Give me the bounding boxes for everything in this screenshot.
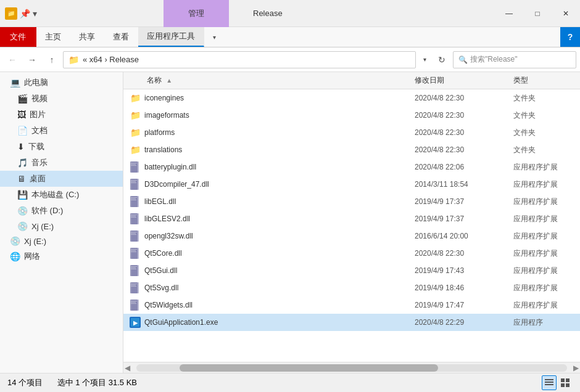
- cdrive-icon: 💾: [17, 190, 28, 200]
- scrollbar-thumb[interactable]: [180, 364, 438, 372]
- file-name: Qt5Gui.dll: [144, 266, 415, 275]
- sidebar-item-video[interactable]: 🎬 视频: [0, 91, 123, 107]
- scroll-right-icon[interactable]: ▶: [572, 364, 580, 372]
- table-row[interactable]: 📁 iconengines 2020/4/8 22:30 文件夹: [123, 89, 580, 107]
- svg-rect-29: [131, 251, 136, 252]
- sidebar-item-edrive2[interactable]: 💿 Xj (E:): [0, 234, 123, 248]
- up-button[interactable]: ↑: [43, 51, 60, 68]
- maximize-button[interactable]: □: [523, 0, 552, 27]
- back-button[interactable]: ←: [4, 51, 21, 68]
- svg-rect-24: [131, 234, 136, 235]
- minimize-button[interactable]: —: [495, 0, 523, 27]
- table-row[interactable]: Qt5Gui.dll 2019/4/9 17:43 应用程序扩展: [123, 262, 580, 279]
- search-box[interactable]: 🔍 搜索"Release": [453, 51, 576, 68]
- ribbon-expand-icon[interactable]: ▾: [204, 27, 224, 47]
- table-row[interactable]: batteryplugin.dll 2020/4/8 22:06 应用程序扩展: [123, 158, 580, 176]
- window-title: Release: [253, 9, 283, 18]
- folder-icon: 📁: [128, 126, 142, 139]
- sidebar-item-desktop[interactable]: 🖥 桌面: [0, 171, 123, 187]
- svg-rect-28: [131, 250, 136, 251]
- sidebar-label-network: 网络: [24, 251, 40, 262]
- table-row[interactable]: Qt5Widgets.dll 2019/4/9 17:47 应用程序扩展: [123, 296, 580, 314]
- svg-rect-49: [545, 382, 553, 383]
- file-type: 应用程序扩展: [513, 214, 575, 224]
- table-row[interactable]: libEGL.dll 2019/4/9 17:37 应用程序扩展: [123, 193, 580, 210]
- address-dropdown-button[interactable]: ▾: [418, 51, 431, 68]
- file-type: 文件夹: [513, 93, 575, 104]
- file-name: imageformats: [144, 111, 415, 120]
- svg-rect-7: [131, 180, 137, 181]
- tab-file[interactable]: 文件: [0, 27, 36, 47]
- file-type: 应用程序扩展: [513, 300, 575, 311]
- file-name: Qt5Svg.dll: [144, 284, 415, 292]
- table-row[interactable]: opengl32sw.dll 2016/6/14 20:00 应用程序扩展: [123, 227, 580, 245]
- table-row[interactable]: 📁 translations 2020/4/8 22:30 文件夹: [123, 141, 580, 158]
- tab-home[interactable]: 主页: [36, 27, 70, 47]
- file-type: 应用程序扩展: [513, 248, 575, 259]
- title-bar-left: 📁 📌 ▾: [0, 7, 495, 20]
- tab-app-tools[interactable]: 应用程序工具: [138, 27, 204, 47]
- sidebar-item-downloads[interactable]: ⬇ 下载: [0, 139, 123, 155]
- file-name: opengl32sw.dll: [144, 232, 415, 240]
- close-button[interactable]: ✕: [552, 0, 580, 27]
- file-type: 应用程序扩展: [513, 283, 575, 293]
- svg-text:▶: ▶: [133, 320, 138, 326]
- table-row[interactable]: 📁 platforms 2020/4/8 22:30 文件夹: [123, 124, 580, 141]
- sidebar-item-documents[interactable]: 📄 文档: [0, 123, 123, 139]
- sidebar-item-ddrive[interactable]: 💿 软件 (D:): [0, 203, 123, 219]
- col-name-label: 名称: [147, 76, 162, 84]
- table-row[interactable]: 📁 imageformats 2020/4/8 22:30 文件夹: [123, 107, 580, 124]
- col-name-header[interactable]: 名称 ▲: [128, 75, 415, 86]
- scrollbar-track[interactable]: [136, 364, 567, 372]
- svg-rect-8: [131, 181, 136, 182]
- table-row[interactable]: Qt5Svg.dll 2019/4/9 18:46 应用程序扩展: [123, 279, 580, 296]
- dll-icon: [128, 264, 142, 277]
- file-list: 📁 iconengines 2020/4/8 22:30 文件夹 📁 image…: [123, 89, 580, 362]
- file-name: libEGL.dll: [144, 197, 415, 206]
- dll-icon: [128, 195, 142, 208]
- svg-rect-19: [131, 217, 136, 218]
- video-icon: 🎬: [17, 94, 28, 104]
- sidebar-item-music[interactable]: 🎵 音乐: [0, 155, 123, 171]
- file-date: 2020/4/8 22:30: [415, 145, 513, 154]
- file-type: 文件夹: [513, 110, 575, 121]
- table-row[interactable]: ▶ QtGuiApplication1.exe 2020/4/8 22:29 应…: [123, 314, 580, 331]
- forward-button[interactable]: →: [23, 51, 41, 68]
- svg-rect-53: [561, 383, 565, 387]
- status-text: 14 个项目 选中 1 个项目 31.5 KB: [7, 377, 137, 388]
- sidebar-item-network[interactable]: 🌐 网络: [0, 248, 123, 264]
- tab-share[interactable]: 共享: [70, 27, 104, 47]
- pin-icon[interactable]: 📌: [20, 9, 30, 18]
- tab-view[interactable]: 查看: [104, 27, 138, 47]
- expand-arrow-icon[interactable]: ▾: [33, 9, 37, 18]
- sidebar-item-edrive1[interactable]: 💿 Xj (E:): [0, 219, 123, 234]
- help-button[interactable]: ?: [560, 27, 580, 47]
- details-view-icon: [545, 378, 553, 387]
- table-row[interactable]: libGLESV2.dll 2019/4/9 17:37 应用程序扩展: [123, 210, 580, 227]
- sidebar-label-computer: 此电脑: [24, 77, 48, 88]
- folder-icon: 📁: [128, 143, 142, 157]
- dll-icon: [128, 178, 142, 191]
- title-tab: 管理: [164, 0, 229, 27]
- file-type: 应用程序扩展: [513, 231, 575, 242]
- search-placeholder: 搜索"Release": [470, 54, 518, 65]
- sidebar-item-computer[interactable]: 💻 此电脑: [0, 75, 123, 91]
- horizontal-scrollbar[interactable]: ◀ ▶: [123, 362, 580, 373]
- table-row[interactable]: D3Dcompiler_47.dll 2014/3/11 18:54 应用程序扩…: [123, 176, 580, 193]
- svg-rect-48: [545, 379, 553, 380]
- col-type-header[interactable]: 类型: [513, 75, 575, 86]
- file-name: translations: [144, 145, 415, 154]
- view-buttons: [542, 375, 573, 390]
- scroll-left-icon[interactable]: ◀: [123, 364, 131, 372]
- table-row[interactable]: Qt5Core.dll 2020/4/8 22:30 应用程序扩展: [123, 245, 580, 262]
- sidebar-item-pictures[interactable]: 🖼 图片: [0, 107, 123, 123]
- sidebar-item-cdrive[interactable]: 💾 本地磁盘 (C:): [0, 187, 123, 203]
- refresh-button[interactable]: ↻: [433, 51, 450, 68]
- file-date: 2019/4/9 18:46: [415, 284, 513, 292]
- col-date-header[interactable]: 修改日期: [415, 75, 513, 86]
- tile-view-button[interactable]: [558, 375, 573, 390]
- details-view-button[interactable]: [542, 375, 557, 390]
- address-bar[interactable]: 📁 « x64 › Release: [63, 51, 416, 68]
- dll-icon: [128, 298, 142, 312]
- music-icon: 🎵: [17, 158, 28, 168]
